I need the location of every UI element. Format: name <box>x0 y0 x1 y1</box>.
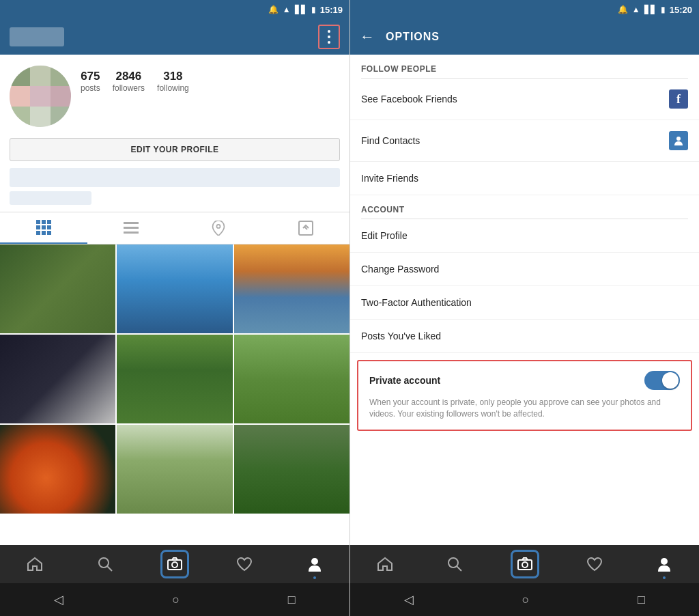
right-panel: 🔔 ▲ ▋▋ ▮ 15:20 ← OPTIONS FOLLOW PEOPLE S… <box>350 0 699 616</box>
tab-list[interactable] <box>87 212 175 244</box>
menu-dots-button[interactable] <box>318 25 340 49</box>
recent-button[interactable]: □ <box>274 587 309 613</box>
list-icon <box>124 222 139 234</box>
find-contacts-item[interactable]: Find Contacts <box>350 120 699 162</box>
signal-icon: ▋▋ <box>295 5 307 14</box>
alarm-icon: 🔔 <box>268 5 279 14</box>
right-battery-icon: ▮ <box>661 5 666 14</box>
right-bottom-nav <box>350 545 699 583</box>
right-home-button[interactable]: ○ <box>509 587 543 613</box>
right-time: 15:20 <box>670 5 692 15</box>
right-nav-camera[interactable] <box>489 545 559 583</box>
two-factor-item[interactable]: Two-Factor Authentication <box>350 286 699 320</box>
nav-heart[interactable] <box>210 545 279 583</box>
invite-friends-item[interactable]: Invite Friends <box>350 162 699 195</box>
posts-liked-item[interactable]: Posts You've Liked <box>350 320 699 353</box>
right-wifi-icon: ▲ <box>632 5 640 14</box>
right-system-nav: ◁ ○ □ <box>350 583 699 616</box>
private-account-section: Private account When your account is pri… <box>357 360 692 431</box>
dot3 <box>328 41 330 44</box>
back-arrow-button[interactable]: ← <box>360 28 375 46</box>
left-panel: 🔔 ▲ ▋▋ ▮ 15:19 675 <box>0 0 350 616</box>
username-placeholder <box>10 168 340 187</box>
photo-6[interactable] <box>234 335 350 423</box>
photo-1[interactable] <box>0 244 115 333</box>
right-nav-heart[interactable] <box>560 545 629 583</box>
svg-line-15 <box>107 566 112 571</box>
right-camera-ring <box>511 550 539 578</box>
dot2 <box>328 36 330 38</box>
options-content: FOLLOW PEOPLE See Facebook Friends f Fin… <box>350 55 699 545</box>
posts-label: posts <box>81 83 100 93</box>
left-status-bar: 🔔 ▲ ▋▋ ▮ 15:19 <box>0 0 350 19</box>
invite-friends-label: Invite Friends <box>361 173 418 184</box>
right-back-button[interactable]: ◁ <box>390 587 427 613</box>
private-account-description: When your account is private, only peopl… <box>369 397 680 420</box>
svg-point-19 <box>676 137 681 141</box>
battery-icon: ▮ <box>311 5 316 14</box>
svg-rect-10 <box>124 227 139 229</box>
photo-5[interactable] <box>117 335 232 423</box>
svg-rect-2 <box>47 220 51 224</box>
contact-icon <box>669 131 688 150</box>
photo-4[interactable] <box>0 335 115 423</box>
profile-active-dot <box>313 576 316 579</box>
followers-label: followers <box>113 83 145 93</box>
facebook-icon: f <box>669 89 688 109</box>
following-count: 318 <box>157 70 189 83</box>
location-icon <box>212 221 225 236</box>
account-header: ACCOUNT <box>350 195 699 219</box>
followers-stat: 2846 followers <box>113 70 145 93</box>
svg-point-24 <box>661 558 668 565</box>
nav-search[interactable] <box>70 545 139 583</box>
profile-avatar <box>10 66 71 127</box>
edit-profile-item[interactable]: Edit Profile <box>350 219 699 253</box>
right-nav-search[interactable] <box>420 545 489 583</box>
options-title: OPTIONS <box>386 31 440 43</box>
tab-grid[interactable] <box>0 212 87 244</box>
two-factor-label: Two-Factor Authentication <box>361 297 472 308</box>
edit-profile-button[interactable]: EDIT YOUR PROFILE <box>10 138 340 161</box>
photo-9[interactable] <box>234 425 350 514</box>
left-bottom-nav <box>0 545 350 583</box>
change-password-item[interactable]: Change Password <box>350 253 699 286</box>
right-profile-active-dot <box>663 576 666 579</box>
bio-placeholder <box>10 191 91 205</box>
left-top-bar <box>0 19 350 55</box>
svg-rect-6 <box>36 231 40 235</box>
tab-location[interactable] <box>175 212 262 244</box>
svg-point-23 <box>522 562 528 568</box>
photo-8[interactable] <box>117 425 232 514</box>
find-contacts-label: Find Contacts <box>361 135 420 146</box>
home-button[interactable]: ○ <box>158 587 193 613</box>
private-account-row: Private account <box>369 371 680 390</box>
grid-icon <box>36 220 51 235</box>
photo-grid <box>0 244 350 545</box>
toggle-track <box>644 371 680 390</box>
right-nav-home[interactable] <box>350 545 420 583</box>
wifi-icon: ▲ <box>283 5 291 14</box>
svg-point-17 <box>172 562 177 568</box>
right-nav-profile[interactable] <box>629 545 699 583</box>
back-button[interactable]: ◁ <box>40 587 77 613</box>
nav-home[interactable] <box>0 545 70 583</box>
tagged-icon <box>298 221 313 236</box>
svg-point-18 <box>311 558 318 565</box>
toggle-thumb <box>662 372 679 389</box>
svg-rect-0 <box>36 220 40 224</box>
photo-2[interactable] <box>117 244 232 333</box>
private-account-toggle[interactable] <box>644 371 680 390</box>
following-stat: 318 following <box>157 70 189 93</box>
edit-profile-label: Edit Profile <box>361 230 408 241</box>
right-recent-button[interactable]: □ <box>624 587 659 613</box>
tab-tagged[interactable] <box>262 212 350 244</box>
following-label: following <box>157 83 189 93</box>
see-facebook-friends-item[interactable]: See Facebook Friends f <box>350 79 699 120</box>
profile-stats: 675 posts 2846 followers 318 following <box>81 66 189 93</box>
photo-7[interactable] <box>0 425 115 514</box>
nav-profile[interactable] <box>280 545 350 583</box>
photo-3[interactable] <box>234 244 350 333</box>
right-top-bar: ← OPTIONS <box>350 19 699 55</box>
nav-camera[interactable] <box>140 545 210 583</box>
private-account-label: Private account <box>369 375 440 386</box>
